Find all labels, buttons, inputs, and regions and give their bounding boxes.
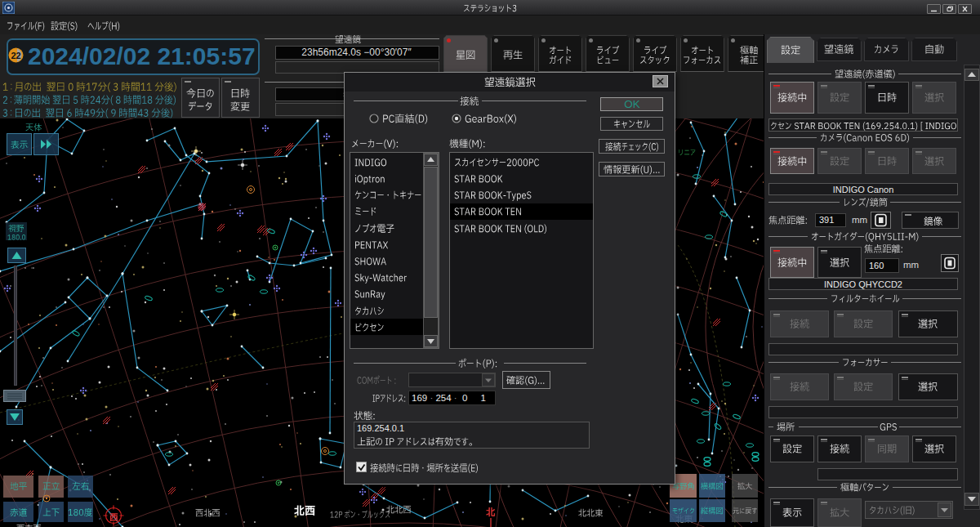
- svg-text:22: 22: [11, 51, 20, 60]
